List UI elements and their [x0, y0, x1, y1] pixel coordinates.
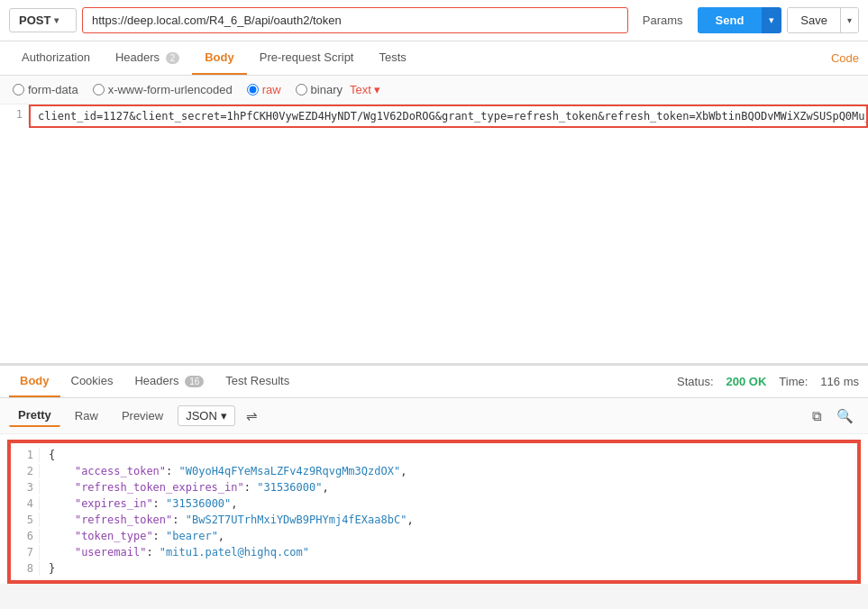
format-right-actions: ⧉ 🔍 [807, 405, 859, 427]
response-section: Body Cookies Headers 16 Test Results Sta… [0, 366, 868, 584]
fmt-tab-preview[interactable]: Preview [113, 405, 172, 426]
resp-tab-cookies[interactable]: Cookies [60, 366, 124, 397]
json-line-6: 6 "token_type": "bearer", [11, 528, 857, 544]
json-line-5: 5 "refresh_token": "BwS2T7UTrhMxiYDwB9PH… [11, 512, 857, 528]
tab-tests[interactable]: Tests [366, 41, 418, 75]
status-value: 200 OK [726, 375, 767, 388]
status-label: Status: [677, 375, 713, 388]
tab-code[interactable]: Code [831, 51, 859, 65]
resp-tab-headers[interactable]: Headers 16 [123, 366, 215, 397]
search-icon[interactable]: 🔍 [831, 405, 859, 427]
json-format-select[interactable]: JSON ▾ [178, 405, 235, 426]
send-button[interactable]: Send [698, 7, 763, 33]
binary-option[interactable]: binary [296, 83, 343, 96]
method-select[interactable]: POST ▾ [9, 8, 77, 32]
tab-body[interactable]: Body [192, 41, 247, 75]
format-bar: Pretty Raw Preview JSON ▾ ⇌ ⧉ 🔍 [0, 398, 868, 434]
json-select-chevron-icon: ▾ [221, 409, 227, 423]
response-body-wrapper: 1 { 2 "access_token": "W0yoH4qFYeMsaLZFv… [7, 440, 861, 584]
time-label: Time: [779, 375, 808, 388]
tab-headers[interactable]: Headers 2 [103, 41, 192, 75]
json-line-2: 2 "access_token": "W0yoH4qFYeMsaLZFv4z9R… [11, 463, 857, 479]
tab-pre-request[interactable]: Pre-request Script [247, 41, 367, 75]
editor-line-1: 1 client_id=1127&client_secret=1hPfCKH0V… [0, 105, 868, 128]
text-type-dropdown[interactable]: Text ▾ [350, 83, 380, 96]
resp-tab-test-results[interactable]: Test Results [215, 366, 300, 397]
body-options-bar: form-data x-www-form-urlencoded raw bina… [0, 76, 868, 105]
json-line-7: 7 "useremail": "mitu1.patel@highq.com" [11, 544, 857, 560]
request-body-editor[interactable]: 1 client_id=1127&client_secret=1hPfCKH0V… [0, 105, 868, 366]
form-data-option[interactable]: form-data [13, 83, 78, 96]
save-dropdown-button[interactable]: ▾ [840, 8, 858, 32]
line-number-1: 1 [0, 105, 29, 124]
send-dropdown-button[interactable]: ▾ [762, 7, 781, 33]
resp-tab-body[interactable]: Body [9, 366, 60, 397]
request-tabs-bar: Authorization Headers 2 Body Pre-request… [0, 41, 868, 76]
url-input[interactable] [82, 7, 628, 33]
save-button[interactable]: Save [788, 8, 840, 32]
tab-authorization[interactable]: Authorization [9, 41, 103, 75]
method-chevron-icon: ▾ [54, 15, 59, 25]
save-button-group: Save ▾ [787, 7, 859, 33]
request-bar: POST ▾ Params Send ▾ Save ▾ [0, 0, 868, 41]
params-button[interactable]: Params [634, 9, 692, 32]
headers-badge: 2 [166, 52, 180, 64]
json-line-1: 1 { [11, 447, 857, 463]
line-content-1[interactable]: client_id=1127&client_secret=1hPfCKH0Vyw… [29, 105, 868, 128]
json-output: 1 { 2 "access_token": "W0yoH4qFYeMsaLZFv… [9, 441, 859, 582]
urlencoded-option[interactable]: x-www-form-urlencoded [93, 83, 233, 96]
send-button-group: Send ▾ [698, 7, 782, 33]
response-tabs-bar: Body Cookies Headers 16 Test Results Sta… [0, 366, 868, 398]
json-line-4: 4 "expires_in": "31536000", [11, 495, 857, 512]
json-line-3: 3 "refresh_token_expires_in": "31536000"… [11, 479, 857, 495]
method-label: POST [19, 14, 50, 27]
time-value: 116 ms [820, 375, 859, 388]
text-dropdown-chevron-icon: ▾ [374, 83, 380, 96]
fmt-tab-pretty[interactable]: Pretty [9, 404, 60, 427]
raw-option[interactable]: raw [247, 83, 281, 96]
copy-icon[interactable]: ⧉ [807, 405, 827, 427]
resp-headers-badge: 16 [185, 376, 204, 387]
fmt-tab-raw[interactable]: Raw [66, 405, 107, 426]
response-status-info: Status: 200 OK Time: 116 ms [677, 375, 859, 388]
json-line-8: 8 } [11, 560, 857, 577]
filter-icon[interactable]: ⇌ [241, 405, 263, 427]
